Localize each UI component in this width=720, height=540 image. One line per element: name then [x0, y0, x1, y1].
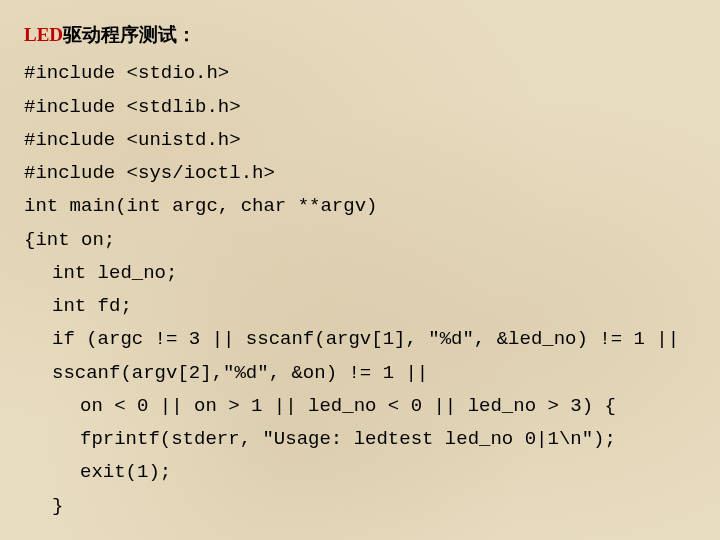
code-line: }	[24, 490, 696, 523]
code-line: fprintf(stderr, "Usage: ledtest led_no 0…	[24, 423, 696, 456]
code-line: sscanf(argv[2],"%d", &on) != 1 ||	[24, 357, 696, 390]
code-line: #include <stdlib.h>	[24, 91, 696, 124]
code-line: int main(int argc, char **argv)	[24, 190, 696, 223]
code-line: if (argc != 3 || sscanf(argv[1], "%d", &…	[24, 323, 696, 356]
code-line: int led_no;	[24, 257, 696, 290]
code-line: #include <sys/ioctl.h>	[24, 157, 696, 190]
code-line: #include <unistd.h>	[24, 124, 696, 157]
title-led-part: LED	[24, 24, 63, 45]
code-line: on < 0 || on > 1 || led_no < 0 || led_no…	[24, 390, 696, 423]
code-line: int fd;	[24, 290, 696, 323]
document-title: LED驱动程序测试：	[24, 18, 696, 51]
code-line: {int on;	[24, 224, 696, 257]
code-line: #include <stdio.h>	[24, 57, 696, 90]
code-line: exit(1);	[24, 456, 696, 489]
title-rest-part: 驱动程序测试：	[63, 24, 196, 45]
